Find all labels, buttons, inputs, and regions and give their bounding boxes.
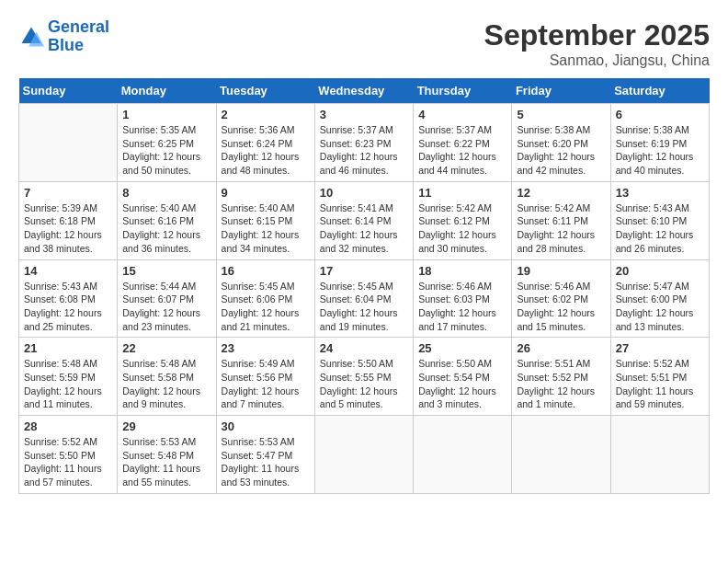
calendar-week-row: 28Sunrise: 5:52 AMSunset: 5:50 PMDayligh… <box>19 416 710 494</box>
day-number: 4 <box>418 108 506 121</box>
table-row: 4Sunrise: 5:37 AMSunset: 6:22 PMDaylight… <box>414 104 512 182</box>
table-row: 29Sunrise: 5:53 AMSunset: 5:48 PMDayligh… <box>118 416 216 494</box>
table-row: 11Sunrise: 5:42 AMSunset: 6:12 PMDayligh… <box>414 181 512 259</box>
day-info: Sunrise: 5:40 AMSunset: 6:15 PMDaylight:… <box>222 201 310 256</box>
logo-text: GeneralBlue <box>48 18 109 55</box>
day-number: 15 <box>122 264 210 278</box>
day-info: Sunrise: 5:46 AMSunset: 6:03 PMDaylight:… <box>418 280 506 334</box>
day-info: Sunrise: 5:43 AMSunset: 6:08 PMDaylight:… <box>24 280 112 334</box>
day-number: 25 <box>418 341 506 355</box>
table-row <box>314 416 413 494</box>
day-info: Sunrise: 5:36 AMSunset: 6:24 PMDaylight:… <box>222 123 310 178</box>
col-thursday: Thursday <box>414 78 512 104</box>
table-row <box>19 104 118 182</box>
day-number: 19 <box>517 264 605 278</box>
day-info: Sunrise: 5:49 AMSunset: 5:56 PMDaylight:… <box>222 357 310 411</box>
day-info: Sunrise: 5:46 AMSunset: 6:02 PMDaylight:… <box>517 280 605 334</box>
calendar-week-row: 21Sunrise: 5:48 AMSunset: 5:59 PMDayligh… <box>19 338 710 416</box>
day-number: 10 <box>320 186 408 200</box>
logo-icon <box>18 24 44 50</box>
day-info: Sunrise: 5:48 AMSunset: 5:59 PMDaylight:… <box>24 357 112 411</box>
day-info: Sunrise: 5:52 AMSunset: 5:50 PMDaylight:… <box>24 435 112 489</box>
day-info: Sunrise: 5:45 AMSunset: 6:04 PMDaylight:… <box>320 280 408 334</box>
table-row: 30Sunrise: 5:53 AMSunset: 5:47 PMDayligh… <box>216 416 314 494</box>
table-row: 15Sunrise: 5:44 AMSunset: 6:07 PMDayligh… <box>118 259 216 338</box>
day-info: Sunrise: 5:37 AMSunset: 6:22 PMDaylight:… <box>418 123 506 178</box>
logo: GeneralBlue <box>18 18 109 55</box>
day-info: Sunrise: 5:44 AMSunset: 6:07 PMDaylight:… <box>122 280 210 334</box>
day-number: 14 <box>24 264 112 278</box>
page-header: GeneralBlue September 2025 Sanmao, Jiang… <box>18 18 710 69</box>
table-row: 12Sunrise: 5:42 AMSunset: 6:11 PMDayligh… <box>512 181 610 259</box>
table-row: 27Sunrise: 5:52 AMSunset: 5:51 PMDayligh… <box>610 338 709 416</box>
day-number: 16 <box>222 264 310 278</box>
table-row: 23Sunrise: 5:49 AMSunset: 5:56 PMDayligh… <box>216 338 314 416</box>
calendar-week-row: 7Sunrise: 5:39 AMSunset: 6:18 PMDaylight… <box>19 181 710 259</box>
day-info: Sunrise: 5:41 AMSunset: 6:14 PMDaylight:… <box>320 201 408 256</box>
title-block: September 2025 Sanmao, Jiangsu, China <box>484 18 710 69</box>
day-number: 24 <box>320 341 408 355</box>
location-subtitle: Sanmao, Jiangsu, China <box>484 52 710 69</box>
day-info: Sunrise: 5:51 AMSunset: 5:52 PMDaylight:… <box>517 357 605 411</box>
table-row <box>512 416 610 494</box>
table-row: 22Sunrise: 5:48 AMSunset: 5:58 PMDayligh… <box>118 338 216 416</box>
day-number: 3 <box>320 108 408 121</box>
table-row: 14Sunrise: 5:43 AMSunset: 6:08 PMDayligh… <box>19 259 118 338</box>
table-row <box>414 416 512 494</box>
col-monday: Monday <box>118 78 216 104</box>
col-sunday: Sunday <box>19 78 118 104</box>
col-friday: Friday <box>512 78 610 104</box>
day-info: Sunrise: 5:40 AMSunset: 6:16 PMDaylight:… <box>122 201 210 256</box>
table-row: 7Sunrise: 5:39 AMSunset: 6:18 PMDaylight… <box>19 181 118 259</box>
table-row: 8Sunrise: 5:40 AMSunset: 6:16 PMDaylight… <box>118 181 216 259</box>
day-info: Sunrise: 5:38 AMSunset: 6:20 PMDaylight:… <box>517 123 605 178</box>
day-number: 12 <box>517 186 605 200</box>
day-info: Sunrise: 5:38 AMSunset: 6:19 PMDaylight:… <box>616 123 704 178</box>
table-row: 9Sunrise: 5:40 AMSunset: 6:15 PMDaylight… <box>216 181 314 259</box>
day-number: 13 <box>616 186 704 200</box>
calendar-table: Sunday Monday Tuesday Wednesday Thursday… <box>18 78 710 494</box>
table-row: 16Sunrise: 5:45 AMSunset: 6:06 PMDayligh… <box>216 259 314 338</box>
day-number: 27 <box>616 341 704 355</box>
calendar-week-row: 1Sunrise: 5:35 AMSunset: 6:25 PMDaylight… <box>19 104 710 182</box>
col-saturday: Saturday <box>610 78 709 104</box>
table-row: 18Sunrise: 5:46 AMSunset: 6:03 PMDayligh… <box>414 259 512 338</box>
col-tuesday: Tuesday <box>216 78 314 104</box>
table-row: 28Sunrise: 5:52 AMSunset: 5:50 PMDayligh… <box>19 416 118 494</box>
day-info: Sunrise: 5:47 AMSunset: 6:00 PMDaylight:… <box>616 280 704 334</box>
day-info: Sunrise: 5:37 AMSunset: 6:23 PMDaylight:… <box>320 123 408 178</box>
table-row <box>610 416 709 494</box>
table-row: 5Sunrise: 5:38 AMSunset: 6:20 PMDaylight… <box>512 104 610 182</box>
day-number: 18 <box>418 264 506 278</box>
day-number: 30 <box>222 419 310 433</box>
day-info: Sunrise: 5:39 AMSunset: 6:18 PMDaylight:… <box>24 201 112 256</box>
day-number: 29 <box>122 419 210 433</box>
day-number: 7 <box>24 186 112 200</box>
day-number: 20 <box>616 264 704 278</box>
month-title: September 2025 <box>484 18 710 52</box>
day-number: 21 <box>24 341 112 355</box>
day-number: 17 <box>320 264 408 278</box>
day-info: Sunrise: 5:53 AMSunset: 5:48 PMDaylight:… <box>122 435 210 489</box>
day-info: Sunrise: 5:52 AMSunset: 5:51 PMDaylight:… <box>616 357 704 411</box>
calendar-week-row: 14Sunrise: 5:43 AMSunset: 6:08 PMDayligh… <box>19 259 710 338</box>
day-number: 8 <box>122 186 210 200</box>
day-number: 22 <box>122 341 210 355</box>
table-row: 19Sunrise: 5:46 AMSunset: 6:02 PMDayligh… <box>512 259 610 338</box>
table-row: 2Sunrise: 5:36 AMSunset: 6:24 PMDaylight… <box>216 104 314 182</box>
table-row: 6Sunrise: 5:38 AMSunset: 6:19 PMDaylight… <box>610 104 709 182</box>
day-info: Sunrise: 5:42 AMSunset: 6:12 PMDaylight:… <box>418 201 506 256</box>
table-row: 17Sunrise: 5:45 AMSunset: 6:04 PMDayligh… <box>314 259 413 338</box>
table-row: 3Sunrise: 5:37 AMSunset: 6:23 PMDaylight… <box>314 104 413 182</box>
day-info: Sunrise: 5:48 AMSunset: 5:58 PMDaylight:… <box>122 357 210 411</box>
day-number: 28 <box>24 419 112 433</box>
col-wednesday: Wednesday <box>314 78 413 104</box>
day-number: 26 <box>517 341 605 355</box>
day-info: Sunrise: 5:50 AMSunset: 5:54 PMDaylight:… <box>418 357 506 411</box>
day-number: 6 <box>616 108 704 121</box>
day-info: Sunrise: 5:35 AMSunset: 6:25 PMDaylight:… <box>122 123 210 178</box>
day-number: 23 <box>222 341 310 355</box>
calendar-header-row: Sunday Monday Tuesday Wednesday Thursday… <box>19 78 710 104</box>
table-row: 21Sunrise: 5:48 AMSunset: 5:59 PMDayligh… <box>19 338 118 416</box>
table-row: 1Sunrise: 5:35 AMSunset: 6:25 PMDaylight… <box>118 104 216 182</box>
